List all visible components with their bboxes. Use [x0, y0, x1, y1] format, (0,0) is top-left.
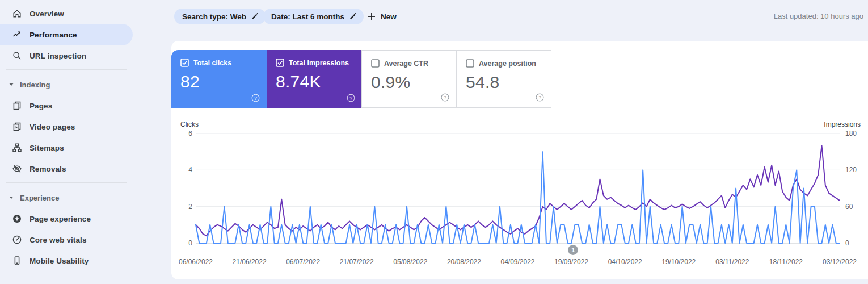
- home-icon: [12, 9, 22, 19]
- edit-pencil-icon: [251, 12, 259, 20]
- y-axis-tick-left: 4: [171, 166, 192, 174]
- sidebar-item-label: Pages: [30, 102, 52, 110]
- sidebar-section-experience[interactable]: Experience: [0, 189, 133, 206]
- performance-chart[interactable]: Clicks Impressions 1 618041202600006/06/…: [171, 41, 868, 279]
- sidebar-item-performance[interactable]: Performance: [0, 24, 133, 45]
- x-axis-date-tick: 03/11/2022: [715, 258, 749, 266]
- video-pages-icon: [12, 122, 22, 132]
- sidebar-item-mobile-usability[interactable]: Mobile Usability: [0, 250, 133, 272]
- y-axis-tick-left: 2: [171, 203, 192, 211]
- performance-panel: Total clicks 82 ? Total impressions 8.74…: [171, 41, 868, 279]
- date-range-chip[interactable]: Date: Last 6 months: [263, 9, 364, 24]
- date-chip-label: Date: Last 6 months: [271, 12, 344, 21]
- section-label: Indexing: [20, 81, 50, 89]
- edit-pencil-icon: [349, 12, 357, 20]
- last-updated-text: Last updated: 10 hours ago: [774, 12, 863, 20]
- sidebar-divider: [6, 282, 127, 282]
- chevron-down-icon: [9, 195, 14, 201]
- page-experience-icon: [12, 214, 22, 224]
- search-type-chip-label: Search type: Web: [182, 12, 246, 21]
- x-axis-date-tick: 18/11/2022: [769, 258, 803, 266]
- search-icon: [12, 51, 22, 61]
- impressions-line-series: [196, 145, 840, 236]
- mobile-icon: [12, 256, 22, 266]
- sidebar-section-indexing[interactable]: Indexing: [0, 76, 133, 93]
- sidebar-item-label: Page experience: [30, 215, 91, 223]
- sidebar-item-page-experience[interactable]: Page experience: [0, 208, 133, 229]
- sidebar-item-label: URL inspection: [30, 52, 86, 60]
- x-axis-date-tick: 19/10/2022: [661, 258, 696, 266]
- sidebar-item-label: Core web vitals: [30, 236, 87, 244]
- clicks-line-series: [196, 152, 840, 243]
- x-axis-date-tick: 19/09/2022: [554, 258, 588, 266]
- sidebar-divider: [6, 69, 127, 70]
- chart-canvas: [171, 41, 868, 279]
- sidebar-item-label: Performance: [30, 31, 77, 39]
- section-label: Experience: [20, 194, 59, 202]
- sidebar-item-url-inspection[interactable]: URL inspection: [0, 45, 133, 66]
- x-axis-date-tick: 21/06/2022: [233, 258, 267, 266]
- speedometer-icon: [12, 235, 22, 245]
- sidebar-item-label: Video pages: [30, 123, 75, 131]
- x-axis-date-tick: 04/09/2022: [500, 258, 534, 266]
- sidebar-item-overview[interactable]: Overview: [0, 3, 133, 24]
- eye-off-icon: [12, 164, 22, 174]
- x-axis-date-tick: 04/10/2022: [608, 258, 642, 266]
- pages-icon: [12, 101, 22, 111]
- new-filter-button[interactable]: New: [368, 9, 397, 24]
- sidebar-divider: [6, 182, 127, 183]
- sidebar-item-label: Overview: [30, 10, 64, 18]
- sidebar-item-label: Mobile Usability: [30, 257, 89, 265]
- sidebar-item-sitemaps[interactable]: Sitemaps: [0, 137, 133, 158]
- x-axis-date-tick: 21/07/2022: [340, 258, 374, 266]
- sidebar-item-pages[interactable]: Pages: [0, 95, 133, 116]
- x-axis-date-tick: 03/12/2022: [823, 258, 857, 266]
- sidebar-item-label: Removals: [30, 165, 66, 173]
- sidebar-item-removals[interactable]: Removals: [0, 158, 133, 179]
- x-axis-date-tick: 20/08/2022: [447, 258, 481, 266]
- sitemap-icon: [12, 143, 22, 153]
- y-axis-tick-left: 0: [171, 239, 192, 247]
- plus-icon: [368, 12, 376, 20]
- y-axis-tick-right: 180: [845, 130, 857, 137]
- x-axis-date-tick: 05/08/2022: [393, 258, 427, 266]
- trending-up-icon: [12, 30, 22, 40]
- x-axis-date-tick: 06/07/2022: [286, 258, 320, 266]
- y-axis-tick-left: 6: [171, 130, 192, 137]
- sidebar-item-video-pages[interactable]: Video pages: [0, 116, 133, 137]
- y-axis-tick-right: 60: [845, 203, 853, 211]
- chevron-down-icon: [9, 82, 14, 87]
- x-axis-date-tick: 06/06/2022: [179, 258, 213, 266]
- y-axis-tick-right: 120: [845, 166, 857, 174]
- search-type-chip[interactable]: Search type: Web: [174, 9, 266, 24]
- sidebar: Overview Performance URL inspection Inde…: [0, 0, 133, 284]
- new-button-label: New: [381, 12, 397, 21]
- sidebar-item-label: Sitemaps: [30, 144, 64, 152]
- sidebar-item-core-web-vitals[interactable]: Core web vitals: [0, 229, 133, 250]
- y-axis-tick-right: 0: [845, 239, 849, 247]
